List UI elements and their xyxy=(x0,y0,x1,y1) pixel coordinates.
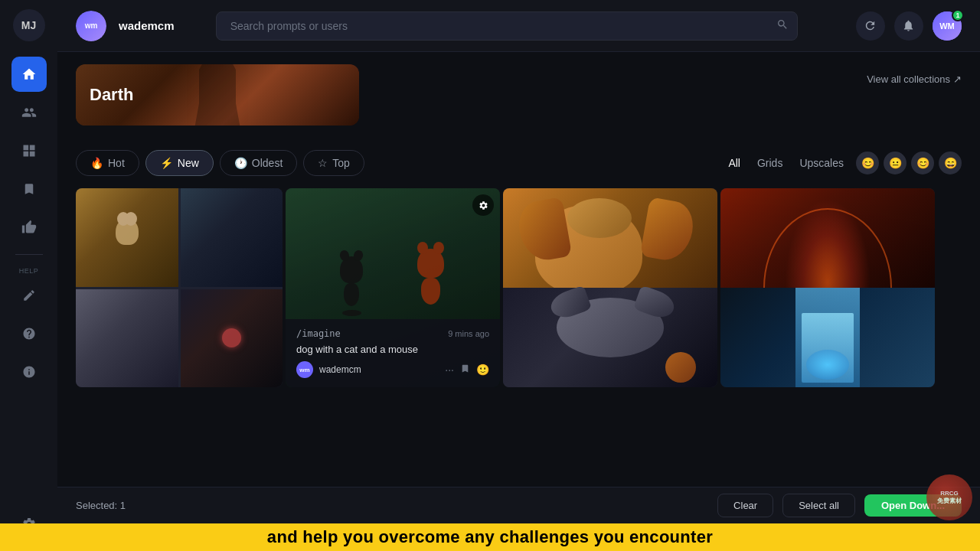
tooltip-footer: wm wademcm ··· 🙂 xyxy=(296,361,489,378)
filter-new[interactable]: ⚡ New xyxy=(145,150,214,176)
sidebar-item-liked[interactable] xyxy=(11,210,47,245)
new-icon: ⚡ xyxy=(160,157,173,169)
search-input[interactable] xyxy=(216,11,798,41)
filter-bar: 🔥 Hot ⚡ New 🕐 Oldest ☆ Top All Grids Ups… xyxy=(76,150,962,176)
tooltip-command: /imagine xyxy=(296,328,341,339)
clear-button[interactable]: Clear xyxy=(717,494,773,517)
sub-image-3 xyxy=(76,289,178,388)
view-all-icon: ↗ xyxy=(953,73,962,85)
hot-icon: 🔥 xyxy=(90,157,103,169)
filter-hot[interactable]: 🔥 Hot xyxy=(76,150,139,176)
emoji-filter-2[interactable]: 😐 xyxy=(884,152,906,174)
filter-top[interactable]: ☆ Top xyxy=(303,150,364,176)
image-block-cat-mouse-grid[interactable] xyxy=(76,188,283,387)
collection-card-darth[interactable]: Darth xyxy=(76,64,359,126)
top-icon: ☆ xyxy=(318,157,328,169)
tooltip-more-btn[interactable]: ··· xyxy=(445,364,454,376)
image-block-cat-silhouette[interactable]: /imagine 9 mins ago dog with a cat and a… xyxy=(286,188,500,387)
header-actions: WM 1 xyxy=(856,11,962,41)
emoji-filter-group: 😊 😐 😊 😄 xyxy=(856,152,962,174)
tooltip-bookmark-btn[interactable] xyxy=(460,364,470,376)
filter-type-options: All Grids Upscales 😊 😐 😊 😄 xyxy=(724,152,962,174)
sidebar-item-explore[interactable] xyxy=(11,133,47,168)
new-label: New xyxy=(178,157,199,169)
top-label: Top xyxy=(332,157,350,169)
notification-badge: 1 xyxy=(952,9,964,21)
image-block-dog-cat[interactable] xyxy=(503,188,717,387)
search-bar-container xyxy=(216,11,798,41)
help-label: HELP xyxy=(19,267,39,275)
sidebar-item-edit[interactable] xyxy=(11,278,47,313)
sidebar: MJ HELP xyxy=(0,0,57,551)
tooltip-prompt: dog with a cat and a mouse xyxy=(296,344,489,355)
sidebar-item-info[interactable] xyxy=(11,354,47,390)
sidebar-item-community[interactable] xyxy=(11,95,47,130)
hot-label: Hot xyxy=(108,157,125,169)
filter-type-all[interactable]: All xyxy=(724,154,745,172)
image-block-portal[interactable] xyxy=(720,188,935,387)
collections-section: Darth View all collections ↗ xyxy=(76,64,962,126)
view-all-label: View all collections xyxy=(867,73,950,85)
selected-count: Selected: 1 xyxy=(76,500,126,511)
subtitle-text: and help you overcome any challenges you… xyxy=(267,527,713,547)
bottom-actions: Clear Select all Open Down... xyxy=(717,494,962,517)
sidebar-divider xyxy=(15,254,43,255)
image-grid: /imagine 9 mins ago dog with a cat and a… xyxy=(76,188,962,387)
filter-type-upscales[interactable]: Upscales xyxy=(795,154,848,172)
sub-image-4 xyxy=(181,289,283,388)
emoji-filter-1[interactable]: 😊 xyxy=(856,152,879,174)
search-icon[interactable] xyxy=(776,18,789,34)
user-avatar-header[interactable]: WM 1 xyxy=(933,11,962,41)
view-all-collections-link[interactable]: View all collections ↗ xyxy=(867,73,962,85)
app-logo: MJ xyxy=(13,9,45,41)
emoji-filter-3[interactable]: 😊 xyxy=(911,152,934,174)
tooltip-header: /imagine 9 mins ago xyxy=(296,328,489,339)
filter-type-grids[interactable]: Grids xyxy=(753,154,787,172)
sidebar-item-help[interactable] xyxy=(11,316,47,351)
subtitle-bar: and help you overcome any challenges you… xyxy=(0,523,980,551)
filter-oldest[interactable]: 🕐 Oldest xyxy=(220,150,297,176)
collection-name-darth: Darth xyxy=(90,85,133,105)
select-all-button[interactable]: Select all xyxy=(782,494,855,517)
tooltip-time: 9 mins ago xyxy=(448,329,489,338)
image-tooltip: /imagine 9 mins ago dog with a cat and a… xyxy=(286,319,500,387)
oldest-icon: 🕐 xyxy=(234,157,247,169)
gear-icon[interactable] xyxy=(472,194,494,216)
sub-image-1 xyxy=(76,188,178,287)
watermark-circle: RRCG免费素材 xyxy=(926,474,972,520)
emoji-filter-4[interactable]: 😄 xyxy=(939,152,962,174)
sub-image-2 xyxy=(181,188,283,287)
user-avatar-small[interactable]: wm xyxy=(76,11,106,41)
main-content: Darth View all collections ↗ 🔥 Hot ⚡ New… xyxy=(57,0,980,387)
tooltip-username: wademcm xyxy=(319,364,361,375)
notification-button[interactable] xyxy=(894,11,923,41)
refresh-button[interactable] xyxy=(856,11,885,41)
header: wm wademcm WM 1 xyxy=(57,0,980,52)
sidebar-item-saved[interactable] xyxy=(11,171,47,207)
bottom-bar: Selected: 1 Clear Select all Open Down..… xyxy=(57,487,980,523)
oldest-label: Oldest xyxy=(252,157,283,169)
header-username: wademcm xyxy=(119,19,175,32)
tooltip-user-avatar: wm xyxy=(296,361,313,378)
tooltip-actions: ··· 🙂 xyxy=(445,364,489,376)
tooltip-emoji-btn[interactable]: 🙂 xyxy=(476,364,489,376)
sidebar-item-home[interactable] xyxy=(11,57,47,92)
watermark: RRCG免费素材 xyxy=(926,474,972,520)
